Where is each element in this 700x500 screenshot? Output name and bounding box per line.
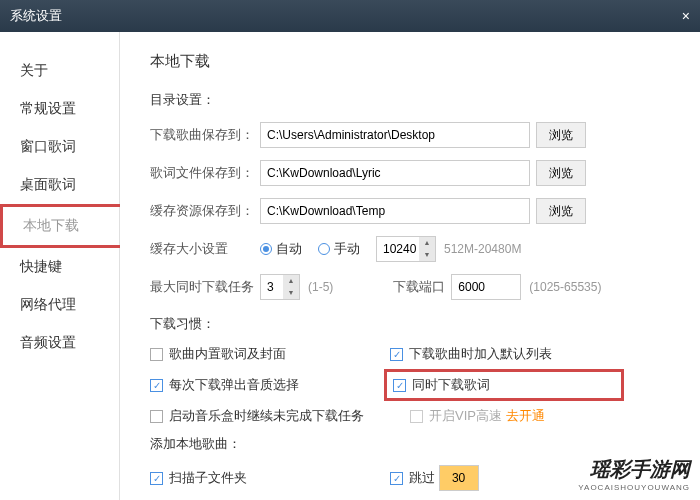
port-label: 下载端口	[393, 278, 445, 296]
max-tasks-hint: (1-5)	[308, 280, 333, 294]
sidebar-item-audio[interactable]: 音频设置	[0, 324, 119, 362]
save-label: 下载歌曲保存到：	[150, 126, 260, 144]
sidebar-item-hotkey[interactable]: 快捷键	[0, 248, 119, 286]
save-path-input[interactable]	[260, 122, 530, 148]
vip-link[interactable]: 去开通	[506, 407, 545, 425]
spinner-down-icon[interactable]: ▼	[419, 249, 435, 261]
checkbox-icon	[150, 410, 163, 423]
checkbox-icon: ✓	[150, 379, 163, 392]
checkbox-icon	[150, 348, 163, 361]
spinner-up-icon[interactable]: ▲	[419, 237, 435, 249]
port-hint: (1025-65535)	[529, 280, 601, 294]
close-icon[interactable]: ×	[682, 8, 690, 24]
max-tasks-label: 最大同时下载任务	[150, 278, 260, 296]
dir-title: 目录设置：	[150, 91, 670, 109]
cache-label: 缓存资源保存到：	[150, 202, 260, 220]
chk-download-lyric[interactable]: ✓同时下载歌词	[384, 369, 624, 401]
local-title: 添加本地歌曲：	[150, 435, 670, 453]
sidebar-item-desktop-lyric[interactable]: 桌面歌词	[0, 166, 119, 204]
window-title: 系统设置	[10, 7, 62, 25]
lyric-path-input[interactable]	[260, 160, 530, 186]
browse-cache-button[interactable]: 浏览	[536, 198, 586, 224]
checkbox-icon: ✓	[150, 472, 163, 485]
radio-dot-icon	[260, 243, 272, 255]
sidebar-item-about[interactable]: 关于	[0, 52, 119, 90]
checkbox-icon: ✓	[390, 472, 403, 485]
skip-input[interactable]	[439, 465, 479, 491]
watermark: 瑶彩手游网 YAOCAISHOUYOUWANG	[578, 456, 690, 492]
browse-lyric-button[interactable]: 浏览	[536, 160, 586, 186]
chk-add-default-list[interactable]: ✓下载歌曲时加入默认列表	[390, 345, 630, 363]
lyric-label: 歌词文件保存到：	[150, 164, 260, 182]
checkbox-icon	[410, 410, 423, 423]
radio-auto[interactable]: 自动	[260, 240, 302, 258]
spinner-up-icon[interactable]: ▲	[283, 275, 299, 287]
chk-vip-speed[interactable]: 开启VIP高速去开通	[410, 407, 650, 425]
chk-resume-download[interactable]: 启动音乐盒时继续未完成下载任务	[150, 407, 410, 425]
content-panel: 本地下载 目录设置： 下载歌曲保存到： 浏览 歌词文件保存到： 浏览 缓存资源保…	[120, 32, 700, 500]
chk-embed-lyric[interactable]: 歌曲内置歌词及封面	[150, 345, 390, 363]
section-title: 本地下载	[150, 52, 670, 71]
radio-manual[interactable]: 手动	[318, 240, 360, 258]
sidebar-item-window-lyric[interactable]: 窗口歌词	[0, 128, 119, 166]
cache-size-label: 缓存大小设置	[150, 240, 260, 258]
browse-save-button[interactable]: 浏览	[536, 122, 586, 148]
spinner-down-icon[interactable]: ▼	[283, 287, 299, 299]
sidebar-item-network-proxy[interactable]: 网络代理	[0, 286, 119, 324]
radio-dot-icon	[318, 243, 330, 255]
checkbox-icon: ✓	[390, 348, 403, 361]
chk-scan-subfolder[interactable]: ✓扫描子文件夹	[150, 465, 390, 491]
checkbox-icon: ✓	[393, 379, 406, 392]
chk-quality-popup[interactable]: ✓每次下载弹出音质选择	[150, 373, 390, 397]
habits-title: 下载习惯：	[150, 315, 670, 333]
sidebar-item-local-download[interactable]: 本地下载	[0, 204, 120, 248]
cache-size-hint: 512M-20480M	[444, 242, 521, 256]
cache-path-input[interactable]	[260, 198, 530, 224]
port-input[interactable]	[451, 274, 521, 300]
sidebar: 关于 常规设置 窗口歌词 桌面歌词 本地下载 快捷键 网络代理 音频设置	[0, 32, 120, 500]
sidebar-item-general[interactable]: 常规设置	[0, 90, 119, 128]
